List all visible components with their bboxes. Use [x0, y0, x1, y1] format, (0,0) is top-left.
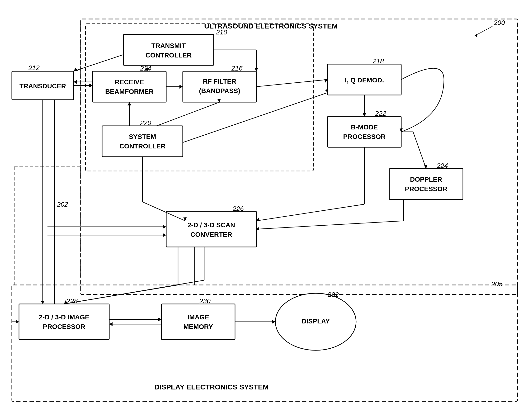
image-processor-label2: PROCESSOR [43, 323, 85, 330]
iq-demod-label: I, Q DEMOD. [345, 76, 384, 84]
ref-212: 212 [28, 64, 40, 72]
svg-marker-27 [127, 102, 131, 105]
doppler-label2: PROCESSOR [405, 185, 448, 193]
display-electronics-label: DISPLAY ELECTRONICS SYSTEM [154, 383, 269, 391]
system-controller-label2: CONTROLLER [119, 143, 165, 150]
svg-marker-0 [475, 33, 477, 37]
scan-converter-label2: CONVERTER [190, 231, 232, 238]
image-memory-label1: IMAGE [187, 313, 209, 321]
rf-filter-label1: RF FILTER [203, 78, 236, 85]
image-memory-label2: MEMORY [184, 323, 213, 330]
ref-205: 205 [491, 280, 502, 288]
svg-marker-55 [163, 233, 166, 237]
ref-226: 226 [232, 205, 244, 212]
bmode-label1: B-MODE [351, 124, 378, 131]
svg-marker-11 [179, 85, 183, 89]
svg-line-18 [413, 132, 426, 169]
svg-marker-49 [272, 320, 275, 324]
svg-marker-22 [256, 218, 260, 221]
svg-marker-53 [163, 225, 166, 229]
svg-marker-5 [255, 68, 258, 71]
receive-beamformer-label2: BEAMFORMER [105, 88, 153, 95]
rf-filter-label2: (BANDPASS) [199, 87, 240, 94]
ref-232: 232 [327, 291, 339, 298]
ref-202: 202 [57, 201, 68, 208]
doppler-label1: DOPPLER [410, 176, 442, 183]
image-processor-label1: 2-D / 3-D IMAGE [39, 313, 89, 321]
scan-converter-label1: 2-D / 3-D SCAN [187, 221, 235, 229]
ref-210: 210 [216, 29, 227, 36]
svg-line-42 [64, 280, 204, 304]
scan-converter-block [166, 211, 256, 247]
svg-marker-47 [109, 322, 113, 326]
image-memory-block [161, 304, 235, 340]
diagram: ULTRASOUND ELECTRONICS SYSTEM 200 TRANSM… [0, 0, 532, 417]
svg-marker-57 [16, 320, 19, 324]
svg-marker-9 [74, 80, 77, 84]
svg-marker-61 [74, 68, 78, 71]
ref-222: 222 [375, 110, 386, 117]
svg-marker-15 [362, 113, 366, 116]
display-label: DISPLAY [302, 317, 330, 325]
transducer-label: TRANSDUCER [20, 83, 66, 90]
rf-filter-block [183, 71, 256, 102]
system-controller-label1: SYSTEM [129, 133, 156, 140]
ref-218: 218 [372, 57, 384, 65]
image-processor-block [19, 304, 109, 340]
svg-marker-25 [256, 227, 259, 230]
svg-marker-45 [158, 317, 161, 321]
receive-beamformer-block [92, 71, 166, 102]
ref-230: 230 [199, 297, 211, 305]
doppler-processor-block [389, 169, 463, 199]
ref-216: 216 [231, 65, 243, 72]
svg-marker-34 [325, 89, 327, 93]
ref-224: 224 [437, 162, 448, 169]
transmit-controller-label: TRANSMIT [152, 42, 186, 49]
bmode-label2: PROCESSOR [343, 133, 386, 140]
system-controller-block [102, 126, 183, 157]
svg-line-24 [256, 221, 404, 229]
ref-220: 220 [140, 119, 151, 126]
transmit-controller-block [123, 34, 214, 65]
receive-beamformer-label1: RECEIVE [115, 78, 144, 86]
svg-line-28 [157, 102, 220, 126]
ref-200: 200 [493, 19, 505, 26]
svg-marker-13 [324, 79, 327, 83]
bmode-processor-block [327, 116, 401, 147]
transmit-controller-label2: CONTROLLER [145, 52, 192, 59]
svg-marker-7 [89, 83, 92, 87]
svg-line-21 [256, 204, 364, 221]
svg-line-12 [256, 80, 327, 87]
